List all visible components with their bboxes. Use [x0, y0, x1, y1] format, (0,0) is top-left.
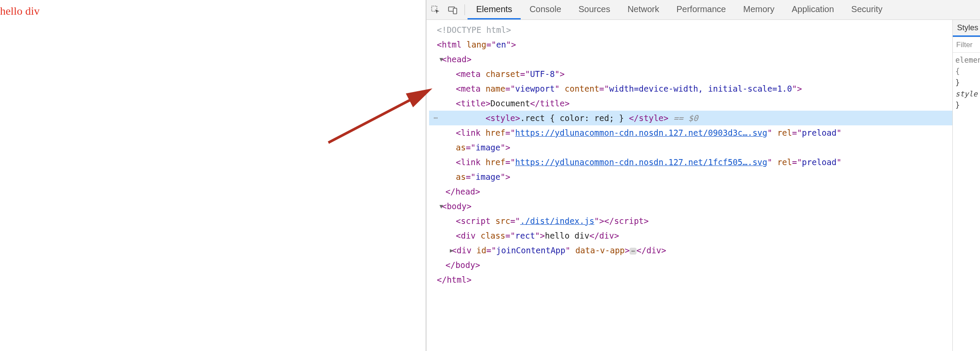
caret-right-icon[interactable]: ▶: [450, 243, 456, 258]
tab-console[interactable]: Console: [521, 0, 570, 19]
styles-row: }: [955, 77, 977, 88]
dom-line[interactable]: <meta charset="UTF-8">: [429, 67, 952, 81]
dom-line[interactable]: ▶ <div id="joinContentApp" data-v-app>⋯<…: [429, 243, 952, 258]
tab-styles[interactable]: Styles: [953, 20, 980, 37]
more-actions-icon[interactable]: ⋯: [431, 111, 440, 125]
tab-performance[interactable]: Performance: [668, 0, 735, 19]
dom-line[interactable]: as="image">: [429, 140, 952, 155]
dom-line[interactable]: <!DOCTYPE html>: [429, 22, 952, 37]
ellipsis-icon[interactable]: ⋯: [630, 248, 636, 255]
dom-line[interactable]: <div class="rect">hello div</div>: [429, 228, 952, 243]
dom-line[interactable]: </head>: [429, 184, 952, 199]
styles-tabs: Styles: [953, 20, 980, 37]
annotation-arrow: [315, 82, 445, 147]
tab-network[interactable]: Network: [619, 0, 668, 19]
devtools-panel: Elements Console Sources Network Perform…: [426, 0, 980, 351]
svg-rect-3: [453, 8, 457, 14]
dom-line-selected[interactable]: ⋯ <style>.rect { color: red; } </style> …: [429, 111, 952, 125]
svg-line-0: [328, 91, 428, 143]
tab-memory[interactable]: Memory: [735, 0, 783, 19]
styles-filter-input[interactable]: Filter: [953, 37, 980, 53]
styles-row: element.style {: [955, 54, 977, 77]
toolbar-separator: [465, 4, 465, 15]
dom-line[interactable]: <link href="https://ydlunacommon-cdn.nos…: [429, 125, 952, 140]
dom-line[interactable]: <html lang="en">: [429, 37, 952, 52]
tab-security[interactable]: Security: [843, 0, 891, 19]
dom-line[interactable]: ▼ <head>: [429, 52, 952, 67]
dom-line[interactable]: </html>: [429, 272, 952, 287]
dom-line[interactable]: <meta name="viewport" content="width=dev…: [429, 81, 952, 96]
tab-elements[interactable]: Elements: [468, 0, 521, 19]
caret-down-icon[interactable]: ▼: [439, 199, 445, 214]
toolbar-icons: [426, 0, 462, 19]
dom-line[interactable]: ▼ <body>: [429, 199, 952, 214]
dom-line[interactable]: <title>Document</title>: [429, 96, 952, 111]
devtools-body: <!DOCTYPE html> <html lang="en"> ▼ <head…: [426, 20, 980, 351]
tab-application[interactable]: Application: [783, 0, 843, 19]
tab-sources[interactable]: Sources: [570, 0, 619, 19]
styles-rules[interactable]: element.style { } style }: [953, 53, 980, 112]
elements-dom-tree[interactable]: <!DOCTYPE html> <html lang="en"> ▼ <head…: [426, 20, 952, 351]
devtools-toolbar: Elements Console Sources Network Perform…: [426, 0, 980, 20]
rendered-page: hello div: [0, 0, 426, 351]
dom-line[interactable]: as="image">: [429, 169, 952, 184]
styles-pane: Styles Filter element.style { } style }: [952, 20, 980, 351]
dom-line[interactable]: <link href="https://ydlunacommon-cdn.nos…: [429, 155, 952, 169]
inspect-element-icon[interactable]: [430, 4, 441, 16]
styles-row: style: [955, 88, 977, 99]
device-toolbar-icon[interactable]: [447, 4, 458, 16]
styles-row: }: [955, 99, 977, 111]
devtools-tabs: Elements Console Sources Network Perform…: [468, 0, 891, 19]
caret-down-icon[interactable]: ▼: [439, 52, 445, 67]
dom-line[interactable]: </body>: [429, 258, 952, 272]
dom-line[interactable]: <script src="./dist/index.js"></script>: [429, 214, 952, 228]
doctype-text: <!DOCTYPE html>: [437, 25, 511, 35]
hello-div-text: hello div: [0, 5, 40, 17]
